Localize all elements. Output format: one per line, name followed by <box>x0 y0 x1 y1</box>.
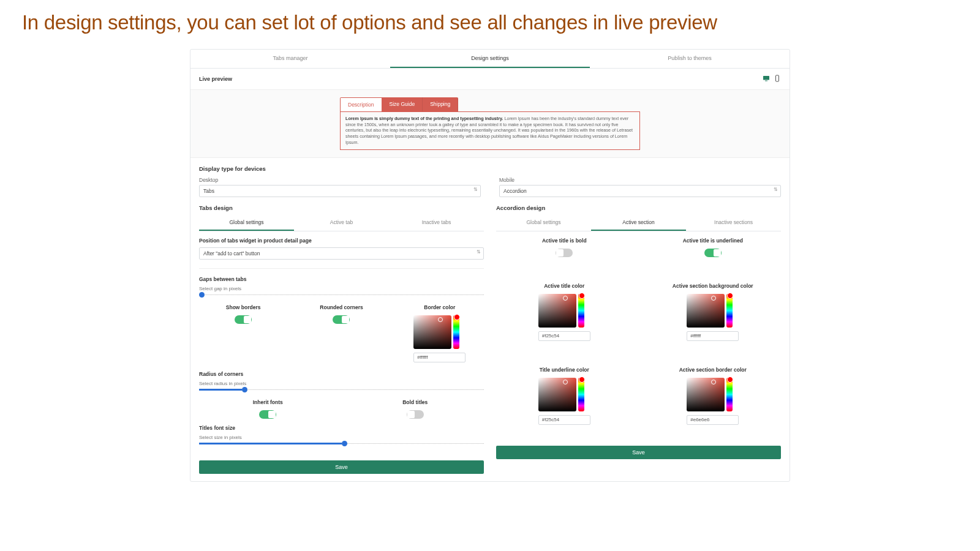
acc-border-color-input[interactable] <box>687 415 739 425</box>
preview-tab-size-guide[interactable]: Size Guide <box>382 97 423 111</box>
tab-tabs-manager[interactable]: Tabs manager <box>190 50 390 68</box>
font-size-slider[interactable] <box>199 443 484 444</box>
display-type-title: Display type for devices <box>199 165 781 172</box>
main-tabs: Tabs manager Design settings Publish to … <box>190 50 790 69</box>
acc-underline-color-picker[interactable] <box>538 378 590 425</box>
subtab-active-tab[interactable]: Active tab <box>294 215 389 231</box>
acc-underline-label: Active title is underlined <box>645 238 782 244</box>
acc-title-color-picker[interactable] <box>538 294 590 341</box>
svg-rect-1 <box>765 81 767 81</box>
radius-slider[interactable] <box>199 389 484 391</box>
subtab-inactive-tabs[interactable]: Inactive tabs <box>389 215 484 231</box>
acc-border-color-picker[interactable] <box>687 378 739 425</box>
acc-bg-color-picker[interactable] <box>687 294 739 341</box>
rounded-toggle[interactable] <box>333 315 350 324</box>
rounded-label: Rounded corners <box>297 304 385 310</box>
desktop-icon[interactable] <box>763 75 770 83</box>
svg-rect-0 <box>763 76 769 80</box>
gaps-slider[interactable] <box>199 294 484 296</box>
subtab-acc-active[interactable]: Active section <box>591 215 686 231</box>
tab-design-settings[interactable]: Design settings <box>390 50 590 68</box>
acc-bg-color-label: Active section background color <box>645 283 782 289</box>
radius-title: Radius of corners <box>199 371 484 377</box>
acc-title-color-label: Active title color <box>496 283 633 289</box>
svg-rect-2 <box>776 75 779 81</box>
position-title: Position of tabs widget in product detai… <box>199 238 484 244</box>
preview-tab-description[interactable]: Description <box>340 97 382 111</box>
bold-titles-label: Bold titles <box>347 399 484 405</box>
accordion-save-button[interactable]: Save <box>496 446 781 459</box>
radius-label: Select radius in pixels <box>199 381 484 386</box>
mobile-icon[interactable] <box>774 75 781 83</box>
inherit-label: Inherit fonts <box>199 399 337 405</box>
show-borders-label: Show borders <box>199 304 287 310</box>
preview-body: Lorem Ipsum is simply dummy text of the … <box>340 111 640 150</box>
acc-underline-color-input[interactable] <box>538 415 590 425</box>
inherit-toggle[interactable] <box>259 410 276 419</box>
subtab-acc-inactive[interactable]: Inactive sections <box>686 215 781 231</box>
desktop-select[interactable] <box>199 185 481 197</box>
position-select[interactable] <box>199 247 484 260</box>
font-size-title: Titles font size <box>199 425 484 431</box>
border-color-label: Border color <box>396 304 484 310</box>
acc-bold-toggle[interactable] <box>556 249 573 257</box>
accordion-title: Accordion design <box>496 204 781 211</box>
subtab-acc-global[interactable]: Global settings <box>496 215 591 231</box>
acc-underline-toggle[interactable] <box>704 249 722 257</box>
acc-bg-color-input[interactable] <box>687 331 739 341</box>
acc-bold-label: Active title is bold <box>496 238 633 244</box>
show-borders-toggle[interactable] <box>235 315 252 324</box>
subtab-global[interactable]: Global settings <box>199 215 294 231</box>
acc-underline-color-label: Title underline color <box>496 367 633 373</box>
live-preview-area: Description Size Guide Shipping Lorem Ip… <box>190 89 790 158</box>
tab-publish[interactable]: Publish to themes <box>590 50 790 68</box>
font-size-label: Select size in pixels <box>199 435 484 440</box>
live-preview-title: Live preview <box>199 76 232 82</box>
mobile-select[interactable] <box>499 185 781 197</box>
bold-titles-toggle[interactable] <box>407 410 424 419</box>
acc-title-color-input[interactable] <box>538 331 590 341</box>
border-color-input[interactable] <box>413 353 466 362</box>
border-color-picker[interactable] <box>413 315 466 362</box>
acc-border-color-label: Active section border color <box>645 367 782 373</box>
gaps-title: Gaps between tabs <box>199 276 484 282</box>
preview-tab-shipping[interactable]: Shipping <box>423 97 458 111</box>
tabs-save-button[interactable]: Save <box>199 460 484 474</box>
tabs-design-title: Tabs design <box>199 204 484 211</box>
mobile-label: Mobile <box>499 177 781 183</box>
page-hero: In design settings, you can set lot of o… <box>0 0 980 40</box>
gaps-label: Select gap in pixels <box>199 286 484 291</box>
desktop-label: Desktop <box>199 177 481 183</box>
settings-panel: Tabs manager Design settings Publish to … <box>190 49 790 482</box>
